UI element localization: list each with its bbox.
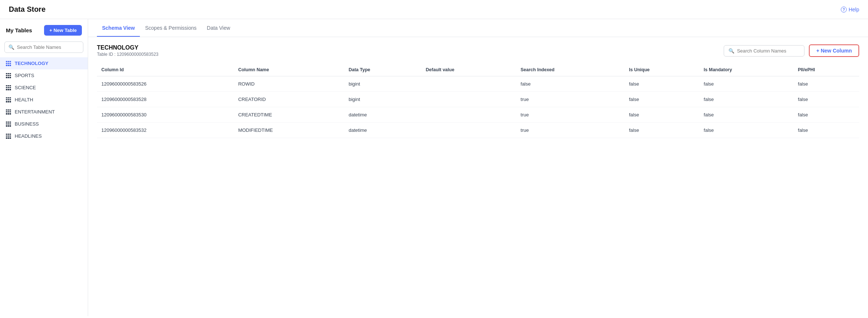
cell-pii_ephi-3: false	[793, 123, 859, 138]
col-header-is-mandatory: Is Mandatory	[699, 64, 793, 76]
sidebar-item-health[interactable]: HEALTH	[0, 94, 88, 106]
cell-default_value-1	[422, 92, 516, 107]
cell-data_type-0: bigint	[344, 76, 421, 92]
cell-column_id-1: 12096000000583528	[97, 92, 234, 107]
cell-pii_ephi-2: false	[793, 107, 859, 123]
col-header-column-id: Column Id	[97, 64, 234, 76]
cell-column_id-0: 12096000000583526	[97, 76, 234, 92]
grid-icon-sports	[6, 73, 11, 78]
table-info: TECHNOLOGY Table ID : 12096000000583523	[97, 44, 158, 57]
cell-default_value-2	[422, 107, 516, 123]
cell-is_mandatory-0: false	[699, 76, 793, 92]
cell-is_unique-3: false	[625, 123, 699, 138]
svg-text:?: ?	[843, 8, 845, 12]
new-table-button[interactable]: + New Table	[44, 25, 82, 36]
search-column-wrap: 🔍	[724, 45, 804, 57]
sidebar-label-headlines: HEADLINES	[15, 133, 42, 139]
cell-pii_ephi-0: false	[793, 76, 859, 92]
app-title: Data Store	[9, 5, 46, 14]
cell-default_value-0	[422, 76, 516, 92]
cell-data_type-1: bigint	[344, 92, 421, 107]
cell-search_indexed-2: true	[516, 107, 625, 123]
table-id: Table ID : 12096000000583523	[97, 52, 158, 57]
search-column-input[interactable]	[737, 48, 800, 54]
search-table-box: 🔍	[4, 41, 83, 53]
cell-default_value-3	[422, 123, 516, 138]
col-header-is-unique: Is Unique	[625, 64, 699, 76]
sidebar-label-technology: TECHNOLOGY	[15, 61, 48, 66]
help-link[interactable]: ? Help	[841, 7, 859, 12]
grid-icon-business	[6, 122, 11, 127]
main-content: Schema View Scopes & Permissions Data Vi…	[88, 19, 868, 316]
tab-schema-view[interactable]: Schema View	[97, 19, 140, 37]
grid-icon-entertainment	[6, 109, 11, 115]
cell-search_indexed-0: false	[516, 76, 625, 92]
sidebar: My Tables + New Table 🔍 TECHNOLOGY	[0, 19, 88, 316]
sidebar-label-health: HEALTH	[15, 97, 33, 102]
grid-icon-health	[6, 97, 11, 102]
sidebar-items-list: TECHNOLOGY SPORTS SCIENCE	[0, 57, 88, 142]
sidebar-item-technology[interactable]: TECHNOLOGY	[0, 57, 88, 69]
cell-search_indexed-1: true	[516, 92, 625, 107]
cell-data_type-3: datetime	[344, 123, 421, 138]
sidebar-label-science: SCIENCE	[15, 85, 36, 90]
search-table-icon: 🔍	[8, 44, 14, 50]
my-tables-label: My Tables	[6, 27, 32, 33]
search-column-icon: 🔍	[728, 48, 734, 54]
col-header-data-type: Data Type	[344, 64, 421, 76]
table-row: 12096000000583528CREATORIDbiginttruefals…	[97, 92, 859, 107]
table-row: 12096000000583532MODIFIEDTIMEdatetimetru…	[97, 123, 859, 138]
cell-is_unique-0: false	[625, 76, 699, 92]
sidebar-item-sports[interactable]: SPORTS	[0, 69, 88, 82]
cell-search_indexed-3: true	[516, 123, 625, 138]
tab-data-view[interactable]: Data View	[202, 19, 235, 37]
cell-column_name-1: CREATORID	[234, 92, 344, 107]
tab-scopes-permissions[interactable]: Scopes & Permissions	[140, 19, 202, 37]
sidebar-item-business[interactable]: BUSINESS	[0, 118, 88, 130]
grid-icon-technology	[6, 61, 11, 66]
col-header-search-indexed: Search Indexed	[516, 64, 625, 76]
search-table-input[interactable]	[17, 44, 79, 50]
cell-column_name-2: CREATEDTIME	[234, 107, 344, 123]
cell-column_id-2: 12096000000583530	[97, 107, 234, 123]
table-header-row-cols: Column Id Column Name Data Type Default …	[97, 64, 859, 76]
grid-icon-headlines	[6, 134, 11, 139]
sidebar-label-sports: SPORTS	[15, 73, 34, 78]
tab-bar: Schema View Scopes & Permissions Data Vi…	[88, 19, 868, 37]
table-row: 12096000000583526ROWIDbigintfalsefalsefa…	[97, 76, 859, 92]
help-icon: ?	[841, 7, 847, 12]
cell-is_mandatory-2: false	[699, 107, 793, 123]
cell-is_mandatory-3: false	[699, 123, 793, 138]
table-header-row: TECHNOLOGY Table ID : 12096000000583523 …	[97, 44, 859, 57]
table-row: 12096000000583530CREATEDTIMEdatetimetrue…	[97, 107, 859, 123]
content-area: TECHNOLOGY Table ID : 12096000000583523 …	[88, 37, 868, 145]
sidebar-item-science[interactable]: SCIENCE	[0, 82, 88, 94]
sidebar-item-headlines[interactable]: HEADLINES	[0, 130, 88, 142]
cell-data_type-2: datetime	[344, 107, 421, 123]
cell-pii_ephi-1: false	[793, 92, 859, 107]
table-name: TECHNOLOGY	[97, 44, 158, 51]
sidebar-label-business: BUSINESS	[15, 121, 39, 127]
sidebar-label-entertainment: ENTERTAINMENT	[15, 109, 55, 115]
cell-column_name-3: MODIFIEDTIME	[234, 123, 344, 138]
columns-table: Column Id Column Name Data Type Default …	[97, 64, 859, 138]
main-layout: My Tables + New Table 🔍 TECHNOLOGY	[0, 19, 868, 316]
app-header: Data Store ? Help	[0, 0, 868, 19]
col-header-column-name: Column Name	[234, 64, 344, 76]
cell-is_unique-1: false	[625, 92, 699, 107]
table-actions: 🔍 + New Column	[724, 44, 859, 57]
col-header-pii-ephi: PII/ePHI	[793, 64, 859, 76]
grid-icon-science	[6, 85, 11, 90]
search-table-wrap: 🔍	[0, 41, 88, 57]
cell-column_id-3: 12096000000583532	[97, 123, 234, 138]
new-column-button[interactable]: + New Column	[809, 44, 859, 57]
sidebar-top: My Tables + New Table	[0, 25, 88, 41]
sidebar-item-entertainment[interactable]: ENTERTAINMENT	[0, 106, 88, 118]
cell-is_unique-2: false	[625, 107, 699, 123]
col-header-default-value: Default value	[422, 64, 516, 76]
cell-is_mandatory-1: false	[699, 92, 793, 107]
cell-column_name-0: ROWID	[234, 76, 344, 92]
